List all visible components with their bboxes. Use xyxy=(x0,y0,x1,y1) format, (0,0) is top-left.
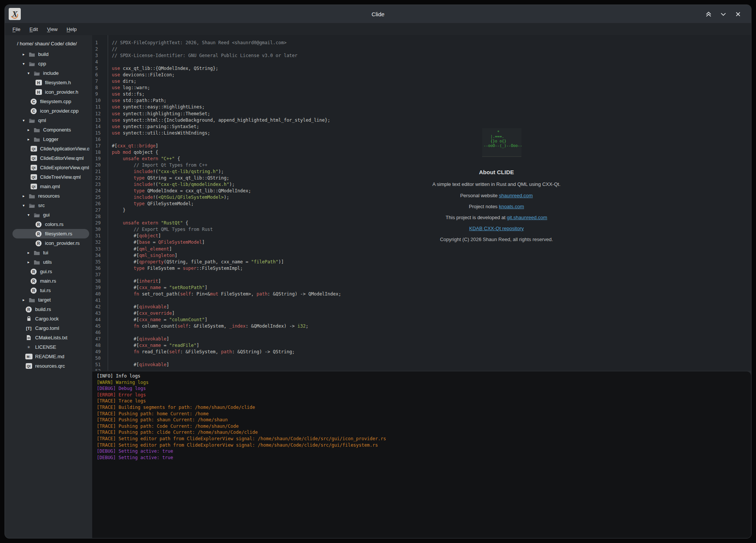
markdown-file-icon: M↓ xyxy=(25,354,32,359)
line-number: 29 xyxy=(95,220,108,226)
tree-item-clidetreeview-qml[interactable]: QtClideTreeView.qml xyxy=(12,172,89,182)
tree-item-label: build xyxy=(38,51,48,57)
tree-item-clideeditorview-qml[interactable]: QtClideEditorView.qml xyxy=(12,153,89,163)
tree-item-label: main.qml xyxy=(40,184,60,189)
rust-file-icon: R xyxy=(30,288,37,294)
about-link[interactable]: knoats.com xyxy=(499,204,524,209)
line-number: 34 xyxy=(95,252,108,259)
tree-item-label: utils xyxy=(43,259,52,265)
log-line: [TRACE] Trace logs xyxy=(97,398,751,404)
log-line: [TRACE] Building segments for path: /hom… xyxy=(97,404,751,411)
tree-item-cmakelists-txt[interactable]: CMakeLists.txt xyxy=(12,333,89,342)
line-number: 41 xyxy=(95,297,108,304)
tree-item-cargo-lock[interactable]: Cargo.lock xyxy=(12,314,89,323)
tree-item-logger[interactable]: ▸Logger xyxy=(12,135,89,144)
tree-item-tui-rs[interactable]: Rtui.rs xyxy=(12,286,89,295)
tree-item-label: src xyxy=(38,203,45,208)
rust-file-icon: R xyxy=(35,221,42,227)
menu-item-file[interactable]: File xyxy=(11,26,22,33)
tree-item-cpp[interactable]: ▾cpp xyxy=(12,59,89,68)
minimize-button[interactable] xyxy=(720,11,727,17)
tree-root-path[interactable]: / home/ shaun/ Code/ clide/ xyxy=(17,40,92,48)
menu-item-help[interactable]: Help xyxy=(65,26,78,33)
about-link[interactable]: git.shaunreed.com xyxy=(507,215,547,220)
code-line: type FileSystem = super::FileSystemImpl; xyxy=(112,265,751,272)
close-button[interactable] xyxy=(735,11,741,17)
shade-button[interactable] xyxy=(705,11,712,17)
menu-item-view[interactable]: View xyxy=(45,26,59,33)
tree-item-label: README.md xyxy=(35,354,64,359)
line-number: 51 xyxy=(95,362,108,368)
tree-item-target[interactable]: ▸target xyxy=(12,295,89,305)
tree-item-utils[interactable]: ▸utils xyxy=(12,257,89,267)
tree-item-qml[interactable]: ▾qml xyxy=(12,116,89,125)
code-line: use syntect::html::{IncludeBackground, a… xyxy=(112,117,751,124)
tree-item-components[interactable]: ▸Components xyxy=(12,125,89,135)
tree-item-icon-provider-cpp[interactable]: Cicon_provider.cpp xyxy=(12,106,89,116)
tree-item-filesystem-h[interactable]: Hfilesystem.h xyxy=(12,78,89,87)
line-number-gutter: 1234567891011121314151617181920212223242… xyxy=(92,35,108,371)
tree-item-icon-provider-rs[interactable]: Ricon_provider.rs xyxy=(12,238,89,248)
tree-item-label: Logger xyxy=(43,136,58,142)
log-line: [DEBUG] Setting active: true xyxy=(97,448,751,455)
log-line: [DEBUG] Debug logs xyxy=(97,385,751,392)
code-line xyxy=(112,330,751,336)
line-number: 46 xyxy=(95,330,108,336)
line-number: 20 xyxy=(95,162,108,169)
line-number: 49 xyxy=(95,349,108,355)
tree-item-build-rs[interactable]: Rbuild.rs xyxy=(12,305,89,314)
about-panel: * |.===. {}o o{} --ooO--(_)--Ooo-- About… xyxy=(398,128,595,242)
tree-item-readme-md[interactable]: M↓README.md xyxy=(12,352,89,361)
tree-item-build[interactable]: ▸build xyxy=(12,50,89,59)
qml-file-icon: Qt xyxy=(30,174,37,180)
line-number: 39 xyxy=(95,285,108,291)
code-line xyxy=(112,272,751,278)
code-line: #[qinvokable] xyxy=(112,304,751,310)
tree-item-icon-provider-h[interactable]: Hicon_provider.h xyxy=(12,87,89,97)
tree-item-tui[interactable]: ▸tui xyxy=(12,248,89,257)
code-line xyxy=(112,355,751,362)
tree-item-main-rs[interactable]: Rmain.rs xyxy=(12,276,89,286)
line-number: 4 xyxy=(95,59,108,65)
tree-item-label: icon_provider.rs xyxy=(45,240,80,246)
line-number: 50 xyxy=(95,355,108,362)
about-title: About CLIDE xyxy=(398,169,595,175)
code-line: #[qinvokable] xyxy=(112,362,751,368)
folder-icon xyxy=(33,250,40,255)
text-file-icon xyxy=(25,335,32,340)
tree-item-main-qml[interactable]: Qtmain.qml xyxy=(12,182,89,191)
chevron-collapsed-icon: ▸ xyxy=(28,137,33,141)
tree-item-gui[interactable]: ▾gui xyxy=(12,210,89,220)
rust-file-icon: R xyxy=(30,269,37,275)
tree-item-resources[interactable]: ▸resources xyxy=(12,191,89,201)
line-number: 37 xyxy=(95,272,108,278)
chevron-collapsed-icon: ▸ xyxy=(28,260,33,264)
tree-item-label: ClideTreeView.qml xyxy=(40,174,81,180)
tree-item-resources-qrc[interactable]: Qtresources.qrc xyxy=(12,361,89,371)
tree-item-clideapplicationview-qml[interactable]: QtClideApplicationView.qml xyxy=(12,144,89,153)
line-number: 10 xyxy=(95,97,108,104)
code-line: #[qml_singleton] xyxy=(112,252,751,259)
line-number: 43 xyxy=(95,310,108,317)
line-number: 21 xyxy=(95,169,108,175)
log-panel[interactable]: [INFO] Info logs[WARN] Warning logs[DEBU… xyxy=(92,371,751,538)
tree-item-label: ClideExplorerView.qml xyxy=(40,165,89,170)
code-line: #[cxx_name = "readFile"] xyxy=(112,342,751,349)
about-link[interactable]: KDAB CXX-Qt repository xyxy=(469,226,524,231)
tree-item-cargo-toml[interactable]: [T]Cargo.toml xyxy=(12,323,89,333)
tree-item-src[interactable]: ▾src xyxy=(12,201,89,210)
code-line: use log::warn; xyxy=(112,85,751,91)
menu-item-edit[interactable]: Edit xyxy=(28,26,39,33)
tree-item-clideexplorerview-qml[interactable]: QtClideExplorerView.qml xyxy=(12,163,89,172)
chevron-collapsed-icon: ▸ xyxy=(23,194,28,198)
tree-item-gui-rs[interactable]: Rgui.rs xyxy=(12,267,89,276)
tree-item-license[interactable]: ✶LICENSE xyxy=(12,342,89,352)
app-icon: X xyxy=(9,8,21,20)
tree-item-filesystem-rs[interactable]: Rfilesystem.rs xyxy=(12,229,89,238)
tree-item-colors-rs[interactable]: Rcolors.rs xyxy=(12,220,89,229)
tree-item-filesystem-cpp[interactable]: Cfilesystem.cpp xyxy=(12,97,89,106)
about-link[interactable]: shaunreed.com xyxy=(499,193,533,198)
tree-item-include[interactable]: ▾include xyxy=(12,68,89,78)
line-number: 35 xyxy=(95,259,108,265)
code-line: use std::fs; xyxy=(112,91,751,97)
